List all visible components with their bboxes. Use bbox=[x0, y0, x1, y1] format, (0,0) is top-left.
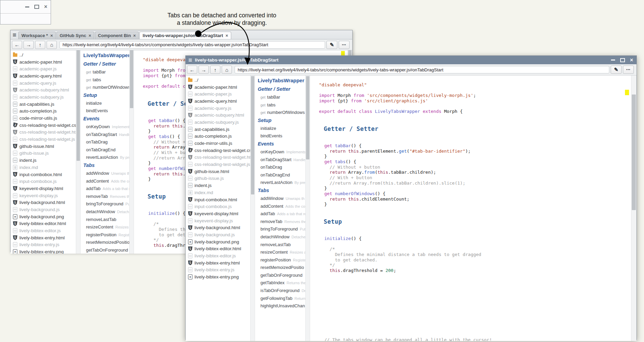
file-item[interactable]: <>lively-bibtex-entry.js bbox=[186, 267, 250, 274]
outline-method[interactable]: getTabOnForeground bbox=[255, 272, 305, 279]
outline-method[interactable]: gettabBar bbox=[255, 93, 305, 101]
file-item[interactable]: ≡index.md bbox=[11, 164, 76, 171]
outline-method[interactable]: onTabDrag bbox=[255, 164, 305, 171]
tab-close-icon[interactable]: × bbox=[225, 33, 228, 38]
outline-method[interactable]: getTabOnForeground bbox=[81, 246, 129, 254]
file-item[interactable]: 5keyevent-display.html bbox=[186, 210, 250, 217]
outline-method[interactable]: gettabs bbox=[255, 101, 305, 109]
up-button[interactable]: ↑ bbox=[210, 66, 220, 74]
more-options-button[interactable]: ••• bbox=[339, 41, 350, 49]
outline-method[interactable]: revertLastActionBy pres bbox=[81, 154, 129, 161]
outline-method[interactable]: detachWindowDetache bbox=[81, 208, 129, 216]
scrollbar[interactable] bbox=[631, 75, 637, 341]
file-item[interactable]: <>indent.js bbox=[11, 157, 76, 164]
outline-method[interactable]: getTabIndexReturns the bbox=[255, 279, 305, 287]
more-options-button[interactable]: ••• bbox=[623, 66, 634, 74]
file-item[interactable]: 5input-combobox.html bbox=[186, 196, 250, 203]
back-button[interactable]: ← bbox=[187, 66, 197, 74]
file-item[interactable]: 5css-reloading-test-widget.html bbox=[186, 154, 250, 161]
outline-method[interactable]: gettabBar bbox=[81, 68, 129, 76]
scrollbar-thumb[interactable] bbox=[130, 50, 133, 108]
outline-method[interactable]: onTabDrag bbox=[81, 138, 129, 146]
menu-icon[interactable]: ≡ bbox=[188, 57, 192, 63]
tab-close-icon[interactable]: × bbox=[50, 33, 53, 38]
file-item[interactable]: <>keyevent-display.js bbox=[186, 217, 250, 224]
outline-method[interactable]: bringToForegroundPut bbox=[81, 200, 129, 208]
outline-method[interactable]: removeTabRemoves the bbox=[255, 218, 305, 226]
tab[interactable]: GitHub Sync× bbox=[56, 32, 94, 39]
url-input[interactable] bbox=[60, 41, 325, 49]
file-item[interactable]: 5css-reloading-test-widget.html bbox=[11, 129, 76, 136]
outline-method[interactable]: initialize bbox=[255, 125, 305, 133]
scrollbar[interactable] bbox=[129, 50, 134, 254]
outline-method[interactable]: resetMemoizedPositio bbox=[255, 264, 305, 272]
scrollbar[interactable] bbox=[250, 75, 255, 341]
tab[interactable]: Component Bin× bbox=[95, 32, 139, 39]
outline-method[interactable]: resizeContentResizes a bbox=[255, 249, 305, 256]
scrollbar-thumb[interactable] bbox=[306, 76, 309, 159]
file-item[interactable]: 5input-combobox.html bbox=[11, 171, 76, 178]
file-item[interactable]: 5lively-background.html bbox=[186, 224, 250, 231]
tab-close-icon[interactable]: × bbox=[133, 33, 136, 38]
file-item[interactable]: <>github-issue.js bbox=[11, 150, 76, 157]
outline-method[interactable]: addTabAdds a tab that re bbox=[255, 210, 305, 218]
home-button[interactable]: ⌂ bbox=[222, 66, 232, 74]
maximize-icon[interactable] bbox=[34, 5, 39, 9]
file-item[interactable]: <>academic-query.js bbox=[11, 80, 76, 87]
outline-method[interactable]: resetMemoizedPositio bbox=[81, 239, 129, 246]
outline-method[interactable]: registerPositionRegiste bbox=[81, 231, 129, 239]
close-icon[interactable]: × bbox=[630, 58, 633, 63]
home-button[interactable]: ⌂ bbox=[47, 41, 57, 49]
file-item[interactable]: 5lively-bibtex-entry.html bbox=[186, 259, 250, 267]
file-item[interactable]: <>auto-completion.js bbox=[186, 133, 250, 140]
file-item[interactable]: <>academic-paper.js bbox=[186, 90, 250, 98]
file-item[interactable]: 5academic-subquery.html bbox=[186, 112, 250, 119]
outline-method[interactable]: removeLastTab bbox=[255, 241, 305, 249]
outline-method[interactable]: bindEvents bbox=[81, 107, 129, 115]
file-item[interactable]: 3css-reloading-test-widget.css bbox=[11, 122, 76, 129]
outline-method[interactable]: getnumberOfWindows bbox=[255, 109, 305, 117]
outline-method[interactable]: onTabDragStartHandles bbox=[81, 131, 129, 139]
file-item[interactable]: <>lively-bibtex-entry.js bbox=[11, 241, 76, 249]
file-item[interactable]: ▪lively-bibtex-entry.png bbox=[11, 248, 76, 254]
file-item[interactable]: <>academic-subquery.js bbox=[186, 119, 250, 126]
file-item[interactable]: <>css-reloading-test-widget.js bbox=[186, 161, 250, 168]
outline-method[interactable]: revertLastActionBy pres bbox=[255, 179, 305, 187]
outline-method[interactable]: registerPositionRegiste bbox=[255, 256, 305, 264]
file-item[interactable]: <>academic-subquery.js bbox=[11, 93, 76, 101]
scrollbar-thumb[interactable] bbox=[251, 76, 254, 194]
file-item[interactable]: <>github-issue.js bbox=[186, 175, 250, 182]
maximize-icon[interactable] bbox=[620, 58, 625, 62]
url-input[interactable] bbox=[235, 66, 609, 73]
outline-method[interactable]: addWindowUnwraps th bbox=[81, 170, 129, 177]
file-item[interactable]: 5lively-bibtex-entry.html bbox=[11, 234, 76, 241]
file-item[interactable]: ../ bbox=[11, 51, 76, 58]
file-item[interactable]: <>lively-background.js bbox=[11, 206, 76, 213]
tab-close-icon[interactable]: × bbox=[89, 33, 91, 38]
tab[interactable]: Workspace *× bbox=[18, 32, 56, 39]
file-item[interactable]: <>lively-bibtex-editor.js bbox=[186, 252, 250, 259]
outline-method[interactable]: highlightUnsavedChan bbox=[255, 302, 305, 310]
file-item[interactable]: 5keyevent-display.html bbox=[11, 185, 76, 192]
file-item[interactable]: <>lively-background.js bbox=[186, 231, 250, 238]
file-item[interactable]: 5academic-paper.html bbox=[186, 84, 250, 91]
outline-method[interactable]: getnumberOfWindows bbox=[81, 84, 129, 91]
up-button[interactable]: ↑ bbox=[35, 41, 45, 49]
minimize-icon[interactable] bbox=[25, 6, 29, 7]
outline-method[interactable]: removeLastTab bbox=[81, 216, 129, 224]
file-item[interactable]: 5academic-subquery.html bbox=[11, 86, 76, 93]
outline-method[interactable]: gettabs bbox=[81, 76, 129, 84]
scrollbar-thumb[interactable] bbox=[632, 95, 636, 210]
edit-button[interactable]: ✎ bbox=[326, 41, 337, 49]
file-item[interactable]: <>lively-bibtex-editor.js bbox=[11, 227, 76, 234]
file-item[interactable]: 5github-issue.html bbox=[186, 168, 250, 175]
outline-method[interactable]: addContentAdds the con bbox=[81, 177, 129, 185]
scrollbar[interactable] bbox=[76, 50, 81, 254]
outline-method[interactable]: bringToForegroundPut bbox=[255, 225, 305, 233]
file-item[interactable]: ▪lively-background.png bbox=[11, 213, 76, 220]
file-item[interactable]: <>input-combobox.js bbox=[186, 203, 250, 210]
window-titlebar[interactable]: ≡ lively-tabs-wrapper.js#onTabDragStart … bbox=[186, 56, 637, 64]
file-item[interactable]: 5lively-bibtex-editor.html bbox=[186, 245, 250, 253]
outline-method[interactable]: onTabDragEnd bbox=[81, 146, 129, 154]
file-item[interactable]: 5lively-background.html bbox=[11, 199, 76, 206]
